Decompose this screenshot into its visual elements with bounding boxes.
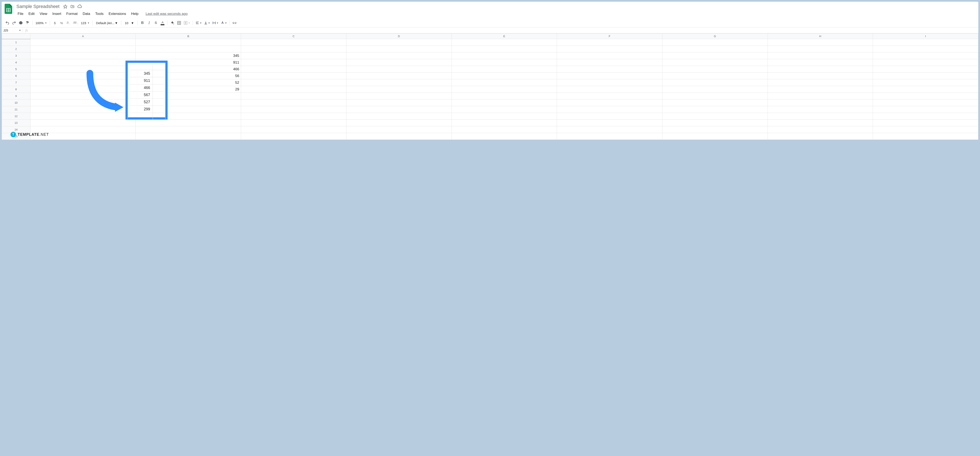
cell[interactable] xyxy=(346,46,452,52)
borders-icon[interactable] xyxy=(176,20,182,26)
font-size-select[interactable]: 10▼ xyxy=(123,21,135,25)
cell[interactable] xyxy=(452,66,557,73)
cell[interactable] xyxy=(557,46,662,52)
cell[interactable] xyxy=(768,46,873,52)
row-header-11[interactable]: 11 xyxy=(2,106,30,113)
cell[interactable] xyxy=(452,106,557,113)
bold-button[interactable]: B xyxy=(139,20,145,26)
col-header-b[interactable]: B xyxy=(135,33,241,39)
cell[interactable] xyxy=(346,93,452,100)
row-header-12[interactable]: 12 xyxy=(2,113,30,120)
col-header-h[interactable]: H xyxy=(768,33,873,39)
cell[interactable] xyxy=(873,113,978,120)
cell[interactable] xyxy=(873,59,978,66)
cell[interactable] xyxy=(557,106,662,113)
cell[interactable] xyxy=(873,73,978,79)
text-wrap-icon[interactable]: ▼ xyxy=(212,20,220,26)
cell[interactable] xyxy=(768,120,873,126)
undo-icon[interactable] xyxy=(4,20,11,26)
cell[interactable] xyxy=(241,52,347,59)
cell[interactable] xyxy=(30,113,135,120)
cell[interactable] xyxy=(241,113,347,120)
row-header-5[interactable]: 5 xyxy=(2,66,30,73)
cell[interactable] xyxy=(873,106,978,113)
cell[interactable] xyxy=(452,52,557,59)
col-header-d[interactable]: D xyxy=(346,33,452,39)
cell[interactable] xyxy=(346,86,452,93)
cell[interactable] xyxy=(662,79,768,86)
row-header-13[interactable]: 13 xyxy=(2,120,30,126)
cell[interactable] xyxy=(452,86,557,93)
cell[interactable] xyxy=(452,113,557,120)
col-header-a[interactable]: A xyxy=(30,33,135,39)
col-header-c[interactable]: C xyxy=(241,33,347,39)
cell[interactable] xyxy=(873,66,978,73)
cell[interactable] xyxy=(241,39,347,46)
cell[interactable] xyxy=(768,52,873,59)
cell[interactable] xyxy=(452,79,557,86)
redo-icon[interactable] xyxy=(11,20,17,26)
cell[interactable] xyxy=(30,86,135,93)
cell[interactable] xyxy=(662,66,768,73)
cell[interactable] xyxy=(662,46,768,52)
cell[interactable] xyxy=(241,73,347,79)
cell[interactable] xyxy=(346,73,452,79)
cell[interactable] xyxy=(557,73,662,79)
zoom-select[interactable]: 100%▼ xyxy=(34,21,48,25)
cell[interactable] xyxy=(873,46,978,52)
cell[interactable] xyxy=(452,126,557,133)
cell[interactable] xyxy=(30,39,135,46)
cell[interactable] xyxy=(30,106,135,113)
cell[interactable] xyxy=(346,133,452,140)
menu-help[interactable]: Help xyxy=(129,11,140,17)
decrease-decimal-button[interactable]: .0← xyxy=(65,20,72,26)
currency-button[interactable]: $ xyxy=(52,20,58,26)
cell[interactable] xyxy=(241,120,347,126)
corner-header[interactable] xyxy=(2,33,30,39)
menu-format[interactable]: Format xyxy=(64,11,80,17)
cell[interactable] xyxy=(557,59,662,66)
cell[interactable] xyxy=(452,120,557,126)
menu-data[interactable]: Data xyxy=(81,11,92,17)
cell[interactable] xyxy=(30,93,135,100)
cell[interactable] xyxy=(557,52,662,59)
cell[interactable] xyxy=(135,39,241,46)
cell[interactable] xyxy=(241,66,347,73)
cell[interactable] xyxy=(662,52,768,59)
font-select[interactable]: Default (Ari...▼ xyxy=(94,21,119,25)
cell[interactable] xyxy=(873,120,978,126)
cell[interactable] xyxy=(346,39,452,46)
cell[interactable] xyxy=(30,59,135,66)
cell[interactable] xyxy=(241,59,347,66)
cell[interactable] xyxy=(557,100,662,106)
cell[interactable] xyxy=(873,126,978,133)
col-header-i[interactable]: I xyxy=(873,33,978,39)
cell[interactable] xyxy=(768,59,873,66)
cell[interactable] xyxy=(241,100,347,106)
cell[interactable] xyxy=(662,73,768,79)
cell[interactable] xyxy=(662,113,768,120)
sheets-logo-icon[interactable] xyxy=(4,3,13,14)
cell[interactable] xyxy=(662,133,768,140)
document-title[interactable]: Sample Spreadsheet xyxy=(16,3,60,10)
cell[interactable] xyxy=(768,86,873,93)
cell[interactable] xyxy=(557,126,662,133)
row-header-3[interactable]: 3 xyxy=(2,52,30,59)
row-header-8[interactable]: 8 xyxy=(2,86,30,93)
cell[interactable] xyxy=(662,100,768,106)
cell[interactable] xyxy=(873,133,978,140)
cell[interactable] xyxy=(873,52,978,59)
number-format-select[interactable]: 123▼ xyxy=(80,21,91,25)
cell[interactable] xyxy=(452,73,557,79)
menu-tools[interactable]: Tools xyxy=(93,11,106,17)
row-header-10[interactable]: 10 xyxy=(2,100,30,106)
cell[interactable] xyxy=(662,93,768,100)
paint-format-icon[interactable] xyxy=(24,20,31,26)
cell[interactable] xyxy=(30,79,135,86)
cell[interactable] xyxy=(241,93,347,100)
fill-color-icon[interactable] xyxy=(169,20,175,26)
cell[interactable] xyxy=(346,52,452,59)
italic-button[interactable]: I xyxy=(146,20,152,26)
cell[interactable] xyxy=(346,113,452,120)
cell[interactable] xyxy=(30,52,135,59)
